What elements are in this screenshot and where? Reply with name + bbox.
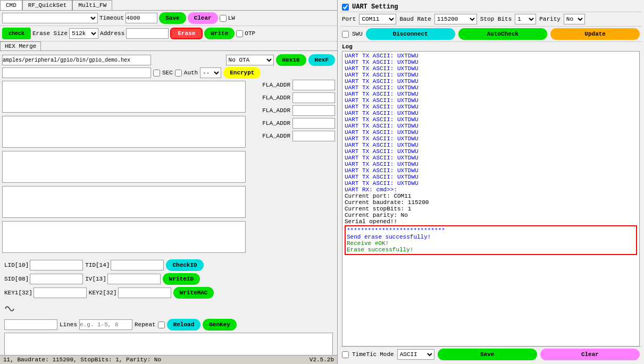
write-mac-button[interactable]: WriteMAC xyxy=(173,287,214,299)
hex-merge-label[interactable]: HEX Merge xyxy=(0,41,41,50)
fla-row-1: FLA_ADDR xyxy=(248,80,335,90)
otp-checkbox[interactable] xyxy=(236,30,243,37)
log-title: Log xyxy=(342,44,640,50)
auth-select[interactable]: -- xyxy=(200,67,221,78)
log-line: UART TX ASCII: UXTDWU xyxy=(345,142,637,148)
log-info-line: Current parity: No xyxy=(345,212,637,218)
clear-button[interactable]: Clear xyxy=(188,12,218,24)
id-section-row3: KEY1[32] KEY2[32] WriteMAC xyxy=(4,287,333,299)
fla-label-5: FLA_ADDR xyxy=(248,133,290,139)
sec-checkbox[interactable] xyxy=(153,70,160,77)
uart-settings-row: Port COM11 Baud Rate 115200 Stop Bits 1 … xyxy=(340,12,642,27)
fla-row-5: FLA_ADDR xyxy=(248,131,335,141)
timetic-label: TimeTic xyxy=(352,351,377,358)
baud-select[interactable]: 115200 xyxy=(434,14,477,24)
fla-input-5[interactable] xyxy=(292,131,335,141)
stop-select[interactable]: 1 xyxy=(515,14,536,24)
sid-input[interactable] xyxy=(30,274,83,284)
write-id-button[interactable]: WriteID xyxy=(163,273,200,285)
iv-input[interactable] xyxy=(107,274,161,284)
log-line: UART TX ASCII: UXTDWU xyxy=(345,84,637,91)
key2-label: KEY2[32] xyxy=(89,290,117,296)
auth-checkbox[interactable] xyxy=(175,70,182,77)
log-area[interactable]: UART TX ASCII: UXTDWUUART TX ASCII: UXTD… xyxy=(342,51,640,346)
log-save-button[interactable]: Save xyxy=(438,349,537,360)
parity-select[interactable]: No xyxy=(564,14,585,24)
check-button[interactable]: check xyxy=(2,28,31,39)
fla-label-4: FLA_ADDR xyxy=(248,120,290,126)
mode-label: Mode xyxy=(380,351,394,358)
log-line: UART TX ASCII: UXTDWU xyxy=(345,110,637,116)
autocheck-button[interactable]: AutoCheck xyxy=(458,28,548,40)
timetic-checkbox[interactable] xyxy=(342,351,349,358)
hex-content: No OTA Hex16 HexF SEC Auth -- Encrypt xyxy=(0,51,337,355)
hex16-button[interactable]: Hex16 xyxy=(276,54,306,66)
log-clear-button[interactable]: Clear xyxy=(540,349,640,360)
check-id-button[interactable]: CheckID xyxy=(166,259,203,271)
fla-input-3[interactable] xyxy=(292,105,335,116)
log-line: UART TX ASCII: UXTDWU xyxy=(345,78,637,84)
disconnect-button[interactable]: Disconnect xyxy=(366,28,455,40)
key2-input[interactable] xyxy=(118,287,171,298)
save-button[interactable]: Save xyxy=(159,12,186,24)
log-highlighted-block: ****************************Send erase s… xyxy=(345,225,637,255)
log-line: UART TX ASCII: UXTDWU xyxy=(345,161,637,167)
erase-size-label: Erase Size xyxy=(32,30,68,37)
fla-label-3: FLA_ADDR xyxy=(248,107,290,114)
erase-size-select[interactable]: 512k xyxy=(69,28,98,39)
repeat-checkbox[interactable] xyxy=(158,321,165,328)
address-input[interactable] xyxy=(126,28,169,39)
genkey-left-input[interactable] xyxy=(4,319,57,330)
auth-label: Auth xyxy=(184,70,198,76)
lw-checkbox[interactable] xyxy=(220,15,227,22)
lid-input[interactable] xyxy=(30,260,83,270)
main-textarea-area[interactable] xyxy=(4,333,333,355)
fla-input-2[interactable] xyxy=(292,92,335,103)
no-ota-select[interactable]: No OTA xyxy=(226,55,274,65)
reload-button[interactable]: Reload xyxy=(167,319,201,331)
swu-checkbox[interactable] xyxy=(342,31,349,38)
file-path-input[interactable] xyxy=(2,55,151,65)
erase-button[interactable]: Erase xyxy=(170,28,203,39)
log-line: UART TX ASCII: UXTDWU xyxy=(345,155,637,161)
tid-field: TID[14] xyxy=(85,260,164,270)
tid-label: TID[14] xyxy=(85,262,110,268)
hexf-button[interactable]: HexF xyxy=(308,54,335,66)
key1-input[interactable] xyxy=(34,287,87,298)
uart-controls-row: SWU Disconnect AutoCheck Update xyxy=(340,27,642,42)
log-line: UART TX ASCII: UXTDWU xyxy=(345,91,637,97)
toolbar-row-1: Timeout Save Clear LW xyxy=(0,11,337,26)
port-select[interactable]: COM11 xyxy=(359,14,396,24)
file-path-input-2[interactable] xyxy=(2,67,151,78)
timeout-input[interactable] xyxy=(126,13,157,23)
fla-label-2: FLA_ADDR xyxy=(248,95,290,101)
tab-multi-fw[interactable]: Multi_FW xyxy=(72,0,112,10)
log-line: UART TX ASCII: UXTDWU xyxy=(345,180,637,187)
lines-label: Lines xyxy=(60,321,77,328)
fla-input-4[interactable] xyxy=(292,118,335,129)
encrypt-button[interactable]: Encrypt xyxy=(223,67,261,79)
fla-input-1[interactable] xyxy=(292,80,335,90)
log-line: UART TX ASCII: UXTDWU xyxy=(345,53,637,59)
swu-label: SWU xyxy=(352,31,363,37)
write-button[interactable]: Write xyxy=(204,28,235,39)
lines-input[interactable] xyxy=(79,319,132,330)
tab-rf-quickset[interactable]: RF_QuickSet xyxy=(22,0,73,10)
log-section: Log UART TX ASCII: UXTDWUUART TX ASCII: … xyxy=(340,42,642,346)
fla-label-1: FLA_ADDR xyxy=(248,82,290,88)
update-button[interactable]: Update xyxy=(550,28,640,40)
sid-field: SID[08] xyxy=(4,274,83,284)
genkey-button[interactable]: GenKey xyxy=(203,319,237,331)
top-select[interactable] xyxy=(2,13,98,23)
baud-label: Baud Rate xyxy=(399,16,431,22)
log-line: UART TX ASCII: UXTDWU xyxy=(345,136,637,142)
fla-row-4: FLA_ADDR xyxy=(248,118,335,129)
uart-enabled-checkbox[interactable] xyxy=(342,4,349,11)
log-line: UART TX ASCII: UXTDWU xyxy=(345,65,637,72)
log-line: UART TX ASCII: UXTDWU xyxy=(345,72,637,78)
tab-cmd[interactable]: CMD xyxy=(0,0,22,10)
tid-input[interactable] xyxy=(111,260,164,270)
tab-bar: CMD RF_QuickSet Multi_FW xyxy=(0,0,337,11)
log-info-line: Current baudrate: 115200 xyxy=(345,199,637,206)
mode-select[interactable]: ASCII xyxy=(397,349,434,360)
